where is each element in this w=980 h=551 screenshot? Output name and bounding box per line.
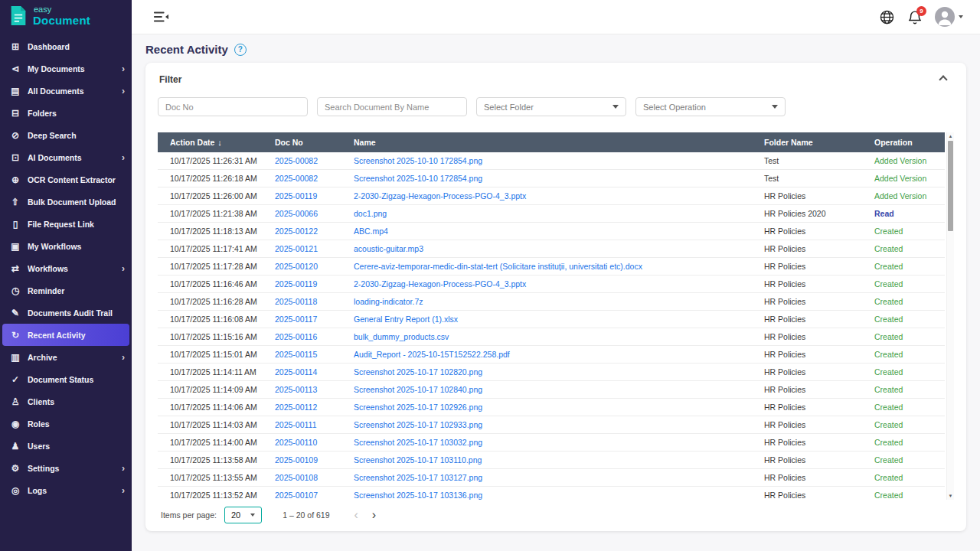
column-header-name[interactable]: Name (348, 132, 758, 152)
operation-label[interactable]: Created (874, 315, 903, 324)
operation-label[interactable]: Created (874, 385, 903, 394)
operation-label[interactable]: Created (874, 244, 903, 253)
doc-no-link[interactable]: 2025-00119 (275, 191, 317, 201)
operation-label[interactable]: Created (874, 491, 903, 500)
operation-label[interactable]: Added Version (874, 174, 926, 183)
next-page-icon[interactable]: › (372, 509, 376, 521)
sidebar-item-ai-documents[interactable]: ⊡AI Documents› (0, 146, 132, 168)
document-name-link[interactable]: acoustic-guitar.mp3 (354, 244, 423, 253)
items-per-page-select[interactable]: 20 (224, 507, 262, 523)
sidebar-item-file-request-link[interactable]: ▯File Request Link (0, 213, 132, 235)
document-name-link[interactable]: General Entry Report (1).xlsx (354, 315, 458, 324)
document-name-link[interactable]: Screenshot 2025-10-17 102840.png (354, 385, 482, 394)
sidebar-item-document-status[interactable]: ✓Document Status (0, 368, 132, 390)
document-name-link[interactable]: 2-2030-Zigzag-Hexagon-Process-PGO-4_3.pp… (354, 191, 526, 201)
doc-no-link[interactable]: 2025-00120 (275, 262, 318, 271)
operation-select[interactable]: Select Operation (635, 97, 786, 116)
sidebar-item-ocr-content-extractor[interactable]: ⊕OCR Content Extractor (0, 168, 132, 191)
sidebar-item-recent-activity[interactable]: ↻Recent Activity (2, 324, 129, 346)
sort-desc-icon[interactable]: ↓ (217, 138, 222, 147)
operation-label[interactable]: Created (874, 297, 903, 306)
operation-label[interactable]: Created (874, 367, 903, 377)
sidebar-item-settings[interactable]: ⚙Settings› (0, 457, 132, 479)
sidebar-toggle-icon[interactable] (153, 10, 169, 24)
sidebar-item-my-documents[interactable]: ⊲My Documents› (0, 57, 132, 80)
doc-no-link[interactable]: 2025-00108 (275, 473, 318, 482)
folder-select[interactable]: Select Folder (476, 97, 626, 116)
operation-label[interactable]: Created (874, 227, 903, 236)
operation-label[interactable]: Added Version (874, 156, 926, 165)
document-name-link[interactable]: Audit_Report - 2025-10-15T152522.258.pdf (354, 350, 510, 359)
doc-no-link[interactable]: 2025-00107 (275, 491, 318, 500)
doc-no-link[interactable]: 2025-00114 (275, 367, 317, 377)
user-menu[interactable] (935, 7, 963, 27)
doc-no-link[interactable]: 2025-00113 (275, 385, 317, 394)
sidebar-item-my-workflows[interactable]: ▣My Workflows (0, 235, 132, 257)
column-header-doc-no[interactable]: Doc No (269, 132, 348, 152)
document-name-link[interactable]: Screenshot 2025-10-17 103110.png (354, 455, 482, 465)
document-name-link[interactable]: Screenshot 2025-10-17 103032.png (354, 438, 482, 447)
operation-label[interactable]: Read (874, 209, 894, 218)
doc-no-link[interactable]: 2025-00119 (275, 279, 317, 289)
document-name-link[interactable]: Screenshot 2025-10-17 102926.png (354, 403, 482, 412)
search-name-input[interactable] (317, 97, 467, 116)
operation-label[interactable]: Created (874, 279, 903, 289)
document-name-link[interactable]: 2-2030-Zigzag-Hexagon-Process-PGO-4_3.pp… (354, 279, 526, 289)
doc-no-link[interactable]: 2025-00066 (275, 209, 318, 218)
sidebar-item-deep-search[interactable]: ⊘Deep Search (0, 124, 132, 146)
language-globe-icon[interactable] (879, 9, 895, 25)
doc-no-link[interactable]: 2025-00121 (275, 244, 318, 253)
document-name-link[interactable]: Screenshot 2025-10-17 103136.png (354, 491, 482, 500)
prev-page-icon[interactable]: ‹ (354, 509, 358, 521)
sidebar-item-archive[interactable]: ▥Archive› (0, 346, 132, 368)
document-name-link[interactable]: Screenshot 2025-10-17 102933.png (354, 420, 482, 429)
operation-label[interactable]: Created (874, 350, 903, 359)
scroll-up-icon[interactable]: ▲ (947, 132, 954, 140)
sidebar-item-documents-audit-trail[interactable]: ✎Documents Audit Trail (0, 302, 132, 324)
scroll-down-icon[interactable]: ▼ (947, 492, 954, 500)
sidebar-item-users[interactable]: ♟Users (0, 435, 132, 457)
doc-no-link[interactable]: 2025-00111 (275, 420, 317, 429)
sidebar-item-clients[interactable]: ♙Clients (0, 390, 132, 412)
operation-label[interactable]: Added Version (874, 191, 926, 201)
doc-no-link[interactable]: 2025-00082 (275, 156, 318, 165)
operation-label[interactable]: Created (874, 420, 903, 429)
doc-no-input[interactable] (158, 97, 308, 116)
table-scrollbar[interactable]: ▲ ▼ (946, 132, 954, 500)
doc-no-link[interactable]: 2025-00112 (275, 403, 317, 412)
doc-no-link[interactable]: 2025-00082 (275, 174, 318, 183)
document-name-link[interactable]: ABC.mp4 (354, 227, 388, 236)
operation-label[interactable]: Created (874, 455, 903, 465)
operation-label[interactable]: Created (874, 403, 903, 412)
operation-label[interactable]: Created (874, 262, 903, 271)
document-name-link[interactable]: Screenshot 2025-10-17 103127.png (354, 473, 482, 482)
sidebar-item-folders[interactable]: ⊟Folders (0, 102, 132, 124)
doc-no-link[interactable]: 2025-00115 (275, 350, 317, 359)
sidebar-item-workflows[interactable]: ⇄Workflows› (0, 257, 132, 279)
app-logo[interactable]: easy Document (0, 0, 132, 31)
scrollbar-thumb[interactable] (948, 141, 953, 231)
doc-no-link[interactable]: 2025-00116 (275, 332, 317, 341)
doc-no-link[interactable]: 2025-00109 (275, 455, 318, 465)
sidebar-item-all-documents[interactable]: ▤All Documents› (0, 80, 132, 102)
sidebar-item-bulk-document-upload[interactable]: ⇧Bulk Document Upload (0, 191, 132, 213)
document-name-link[interactable]: Cerere-aviz-temporar-medic-din-stat-tert… (354, 262, 642, 271)
column-header-folder-name[interactable]: Folder Name (758, 132, 868, 152)
sidebar-item-dashboard[interactable]: ⊞Dashboard (0, 35, 132, 57)
document-name-link[interactable]: Screenshot 2025-10-10 172854.png (354, 174, 482, 183)
doc-no-link[interactable]: 2025-00122 (275, 227, 318, 236)
operation-label[interactable]: Created (874, 438, 903, 447)
doc-no-link[interactable]: 2025-00117 (275, 315, 317, 324)
document-name-link[interactable]: loading-indicator.7z (354, 297, 423, 306)
operation-label[interactable]: Created (874, 332, 903, 341)
doc-no-link[interactable]: 2025-00118 (275, 297, 317, 306)
operation-label[interactable]: Created (874, 473, 903, 482)
document-name-link[interactable]: Screenshot 2025-10-10 172854.png (354, 156, 482, 165)
column-header-action-date[interactable]: Action Date↓ (158, 132, 269, 152)
notifications-bell-icon[interactable]: 9 (908, 9, 922, 25)
document-name-link[interactable]: doc1.png (354, 209, 387, 218)
document-name-link[interactable]: bulk_dummy_products.csv (354, 332, 449, 341)
doc-no-link[interactable]: 2025-00110 (275, 438, 317, 447)
column-header-operation[interactable]: Operation (868, 132, 945, 152)
sidebar-item-reminder[interactable]: ◷Reminder (0, 279, 132, 302)
